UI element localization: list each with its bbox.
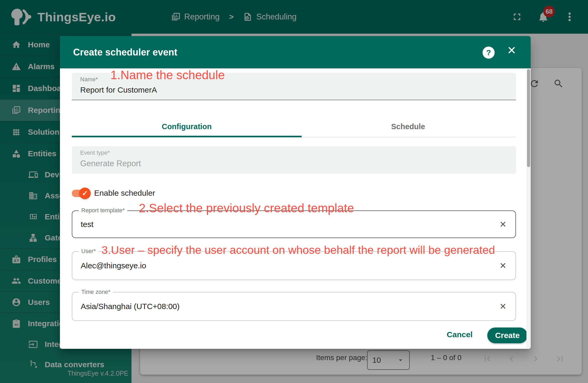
annotation-step3: 3.User – specify the user account on who… (102, 244, 495, 256)
event-type-field-label: Event type* (80, 149, 110, 156)
create-scheduler-event-dialog: Create scheduler event ? ✕ Name* Report … (60, 36, 531, 349)
report-template-label: Report template* (79, 207, 127, 214)
dialog-title: Create scheduler event (73, 47, 177, 58)
annotation-step1: 1.Name the schedule (110, 68, 225, 82)
report-template-value: test (81, 220, 93, 229)
timezone-field[interactable]: Time zone* Asia/Shanghai (UTC+08:00) ✕ (72, 292, 516, 321)
timezone-field-value: Asia/Shanghai (UTC+08:00) (81, 302, 180, 311)
dialog-scrollbar[interactable] (526, 68, 530, 348)
dialog-header: Create scheduler event ? ✕ (60, 36, 531, 68)
toggle-thumb: ✓ (79, 188, 91, 199)
screen: ThingsEye.io Reporting > (0, 0, 588, 383)
check-icon: ✓ (82, 189, 88, 198)
dialog-tabs: Configuration Schedule (72, 115, 516, 136)
user-field-value: Alec@thingseye.io (81, 261, 146, 270)
cancel-button[interactable]: Cancel (444, 330, 475, 339)
active-tab-ink-bar (72, 136, 302, 137)
tab-configuration[interactable]: Configuration (162, 122, 212, 131)
enable-scheduler-label: Enable scheduler (94, 189, 155, 198)
enable-scheduler-toggle[interactable]: ✓ (72, 190, 89, 197)
clear-timezone-icon[interactable]: ✕ (499, 301, 506, 311)
name-field-label: Name* (80, 76, 98, 83)
event-type-field: Event type* Generate Report (72, 146, 516, 174)
help-icon[interactable]: ? (483, 47, 495, 59)
clear-user-icon[interactable]: ✕ (499, 261, 506, 271)
close-icon[interactable]: ✕ (507, 45, 516, 56)
create-button[interactable]: Create (487, 327, 528, 343)
user-field-label: User* (79, 248, 98, 255)
event-type-field-value: Generate Report (80, 159, 141, 168)
tab-schedule[interactable]: Schedule (391, 122, 425, 131)
clear-report-template-icon[interactable]: ✕ (499, 219, 506, 229)
dialog-scrollbar-thumb[interactable] (527, 69, 530, 167)
name-field-value: Report for CustomerA (80, 85, 157, 94)
annotation-step2: 2.Select the previously created template (139, 201, 354, 215)
timezone-field-label: Time zone* (79, 289, 113, 295)
